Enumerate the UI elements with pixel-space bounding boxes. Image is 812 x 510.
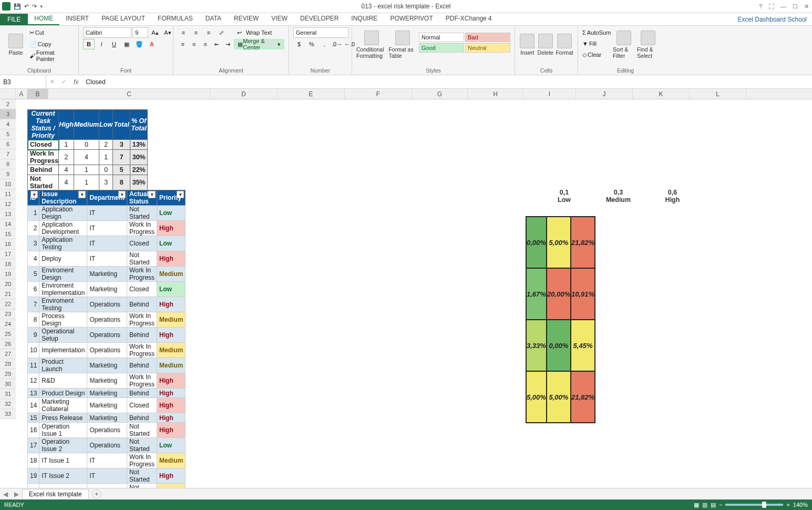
filter-issue-description-icon[interactable]: ▾ <box>78 191 86 198</box>
zoom-out-icon[interactable]: − <box>719 502 722 508</box>
filter-actual-status-icon[interactable]: ▾ <box>148 191 156 198</box>
format-cells-button[interactable]: Format <box>556 27 573 62</box>
fill-color-button[interactable]: 🪣 <box>133 39 145 49</box>
format-painter-button[interactable]: 🖌 Format Painter <box>29 50 74 61</box>
style-neutral[interactable]: Neutral <box>465 43 510 53</box>
tab-pdf-xchange-4[interactable]: PDF-XChange 4 <box>439 13 498 25</box>
zoom-slider[interactable] <box>725 504 783 506</box>
issues-table[interactable]: ID▾Issue Description▾Department▾Actual S… <box>27 190 186 488</box>
tab-file[interactable]: FILE <box>0 14 28 25</box>
decrease-font-icon[interactable]: A▾ <box>162 27 173 38</box>
worksheet[interactable]: ABCDEFGHIJKL 234567891011121314151617181… <box>0 89 812 488</box>
matrix-headers: 0,1Low0,3Medium0,6High <box>537 189 700 203</box>
cancel-formula-icon[interactable]: ✕ <box>46 77 58 87</box>
indent-inc-icon[interactable]: ⇥ <box>223 39 233 49</box>
sort-filter-button[interactable]: Sort & Filter <box>613 27 635 62</box>
tab-formulas[interactable]: FORMULAS <box>151 13 199 25</box>
group-font-label: Font <box>83 67 169 74</box>
tab-data[interactable]: DATA <box>199 13 228 25</box>
close-icon[interactable]: ✕ <box>804 3 809 10</box>
group-styles-label: Styles <box>356 67 510 74</box>
delete-cells-button[interactable]: Delete <box>538 27 554 62</box>
ribbon-tabs: FILE HOMEINSERTPAGE LAYOUTFORMULASDATARE… <box>0 13 812 26</box>
cut-button[interactable]: ✂ Cut <box>29 27 74 38</box>
zoom-in-icon[interactable]: + <box>786 502 789 508</box>
autosum-button[interactable]: Σ AutoSum <box>582 27 611 38</box>
addin-link[interactable]: Excel Dashboard School <box>733 14 812 25</box>
align-middle-icon[interactable]: ≡ <box>190 27 202 38</box>
insert-cells-button[interactable]: Insert <box>519 27 536 62</box>
conditional-formatting-button[interactable]: Conditional Formatting <box>356 27 386 62</box>
maximize-icon[interactable]: ☐ <box>793 3 798 10</box>
copy-button[interactable]: 📄 Copy <box>29 39 74 49</box>
paste-icon <box>8 34 23 48</box>
row-headers[interactable]: 2345678910111213141516171819202122232425… <box>0 99 16 419</box>
comma-icon[interactable]: , <box>318 39 330 49</box>
orientation-icon[interactable]: ⤢ <box>215 27 227 38</box>
font-size-select[interactable]: 9 <box>132 27 148 38</box>
find-select-button[interactable]: Find & Select <box>637 27 659 62</box>
increase-font-icon[interactable]: A▴ <box>149 27 161 38</box>
fx-icon[interactable]: fx <box>69 78 83 86</box>
number-format-select[interactable]: General <box>293 27 349 38</box>
filter-id-icon[interactable]: ▾ <box>30 191 38 198</box>
add-sheet-button[interactable]: + <box>92 489 101 499</box>
clear-button[interactable]: ◇ Clear <box>582 49 611 60</box>
formula-input[interactable]: Closed <box>83 78 812 86</box>
zoom-level[interactable]: 140% <box>793 502 808 508</box>
ribbon-options-icon[interactable]: ⛶ <box>768 3 774 10</box>
sheet-nav-next-icon[interactable]: ▶ <box>11 491 22 498</box>
minimize-icon[interactable]: — <box>780 3 786 10</box>
font-color-button[interactable]: A <box>146 39 158 49</box>
tab-developer[interactable]: DEVELOPER <box>294 13 345 25</box>
indent-dec-icon[interactable]: ⇤ <box>211 39 221 49</box>
delete-icon <box>538 34 553 48</box>
enter-formula-icon[interactable]: ✓ <box>58 77 69 87</box>
style-normal[interactable]: Normal <box>419 33 464 42</box>
tab-inquire[interactable]: INQUIRE <box>345 13 384 25</box>
tab-view[interactable]: VIEW <box>265 13 294 25</box>
filter-priority-icon[interactable]: ▾ <box>177 191 184 198</box>
align-left-icon[interactable]: ≡ <box>178 39 188 49</box>
currency-icon[interactable]: $ <box>293 39 305 49</box>
align-bottom-icon[interactable]: ≡ <box>203 27 214 38</box>
view-layout-icon[interactable]: ▥ <box>702 502 707 508</box>
underline-button[interactable]: U <box>108 39 120 49</box>
percent-icon[interactable]: % <box>306 39 317 49</box>
tab-insert[interactable]: INSERT <box>59 13 95 25</box>
wrap-text-button[interactable]: ↩ <box>233 27 245 38</box>
qat-undo-icon[interactable]: ↶ <box>24 3 29 10</box>
inc-decimal-icon[interactable]: .0→ <box>331 39 343 49</box>
filter-department-icon[interactable]: ▾ <box>118 191 126 198</box>
style-bad[interactable]: Bad <box>465 33 510 42</box>
font-name-select[interactable]: Calibri <box>83 27 131 38</box>
merge-center-button[interactable]: ▦ Merge & Center ▾ <box>234 39 284 49</box>
tab-home[interactable]: HOME <box>28 13 59 25</box>
fill-button[interactable]: ▼ Fill <box>582 38 611 49</box>
format-as-table-button[interactable]: Format as Table <box>388 27 417 62</box>
sheet-nav-prev-icon[interactable]: ◀ <box>0 491 11 498</box>
sort-icon <box>616 30 631 45</box>
column-headers[interactable]: ABCDEFGHIJKL <box>0 89 812 99</box>
style-good[interactable]: Good <box>419 43 464 53</box>
tab-powerpivot[interactable]: POWERPIVOT <box>384 13 439 25</box>
align-right-icon[interactable]: ≡ <box>200 39 210 49</box>
qat-save-icon[interactable]: 💾 <box>14 3 21 10</box>
italic-button[interactable]: I <box>96 39 107 49</box>
view-normal-icon[interactable]: ▦ <box>694 502 699 508</box>
qat-customize-icon[interactable]: ▾ <box>40 3 43 10</box>
tab-review[interactable]: REVIEW <box>228 13 265 25</box>
sheet-tabs: ◀ ▶ Excel risk template + <box>0 488 812 499</box>
bold-button[interactable]: B <box>83 39 95 49</box>
paste-button[interactable]: Paste <box>4 27 27 62</box>
align-center-icon[interactable]: ≡ <box>189 39 199 49</box>
view-pagebreak-icon[interactable]: ▤ <box>711 502 716 508</box>
risk-matrix: 0,00%5,00%21,82%1,67%20,00%10,91%3,33%0,… <box>526 216 595 423</box>
name-box[interactable]: B3 <box>0 75 46 88</box>
align-top-icon[interactable]: ≡ <box>178 27 189 38</box>
border-button[interactable]: ▦ <box>121 39 132 49</box>
qat-redo-icon[interactable]: ↷ <box>32 3 37 10</box>
tab-page-layout[interactable]: PAGE LAYOUT <box>95 13 151 25</box>
sheet-tab-active[interactable]: Excel risk template <box>22 489 89 499</box>
help-icon[interactable]: ? <box>759 3 762 10</box>
